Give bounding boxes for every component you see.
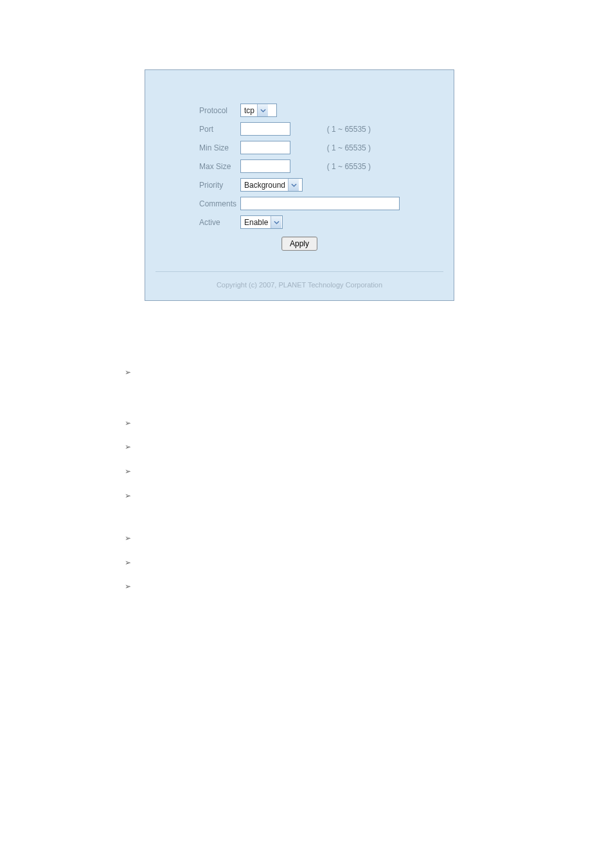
bullet-icon: ➢ — [125, 534, 131, 542]
protocol-select[interactable]: tcp — [240, 104, 277, 117]
priority-select-value: Background — [241, 181, 288, 190]
panel-body: Protocol tcp Port ( 1 ~ 65535 ) Min Size — [145, 70, 454, 271]
bullet-icon: ➢ — [125, 467, 131, 475]
row-apply: Apply — [197, 231, 402, 253]
active-select-value: Enable — [241, 218, 271, 227]
bullet-icon: ➢ — [125, 559, 131, 566]
protocol-select-value: tcp — [241, 106, 257, 115]
max-size-input[interactable] — [240, 159, 290, 173]
row-min-size: Min Size ( 1 ~ 65535 ) — [197, 138, 402, 157]
bullet-icon: ➢ — [125, 443, 131, 451]
chevron-down-icon — [288, 179, 299, 191]
label-protocol: Protocol — [197, 101, 238, 120]
label-comments: Comments — [197, 194, 238, 213]
port-hint: ( 1 ~ 65535 ) — [325, 120, 402, 138]
bullet-icon: ➢ — [125, 492, 131, 500]
label-port: Port — [197, 120, 238, 138]
bullet-icon: ➢ — [125, 368, 131, 376]
qos-settings-panel: Protocol tcp Port ( 1 ~ 65535 ) Min Size — [145, 69, 454, 301]
active-select[interactable]: Enable — [240, 215, 283, 229]
row-active: Active Enable — [197, 213, 402, 231]
row-protocol: Protocol tcp — [197, 101, 402, 120]
form-table: Protocol tcp Port ( 1 ~ 65535 ) Min Size — [197, 101, 402, 253]
apply-button[interactable]: Apply — [281, 237, 317, 251]
row-priority: Priority Background — [197, 176, 402, 194]
min-size-hint: ( 1 ~ 65535 ) — [325, 138, 402, 157]
label-active: Active — [197, 213, 238, 231]
label-priority: Priority — [197, 176, 238, 194]
label-max-size: Max Size — [197, 157, 238, 176]
min-size-input[interactable] — [240, 141, 290, 154]
port-input[interactable] — [240, 122, 290, 136]
row-comments: Comments — [197, 194, 402, 213]
label-min-size: Min Size — [197, 138, 238, 157]
chevron-down-icon — [271, 216, 281, 228]
row-port: Port ( 1 ~ 65535 ) — [197, 120, 402, 138]
bullet-icon: ➢ — [125, 583, 131, 590]
bullet-icon: ➢ — [125, 419, 131, 427]
chevron-down-icon — [257, 104, 268, 116]
priority-select[interactable]: Background — [240, 178, 303, 192]
max-size-hint: ( 1 ~ 65535 ) — [325, 157, 402, 176]
comments-input[interactable] — [240, 197, 400, 210]
copyright-text: Copyright (c) 2007, PLANET Technology Co… — [145, 272, 454, 300]
row-max-size: Max Size ( 1 ~ 65535 ) — [197, 157, 402, 176]
